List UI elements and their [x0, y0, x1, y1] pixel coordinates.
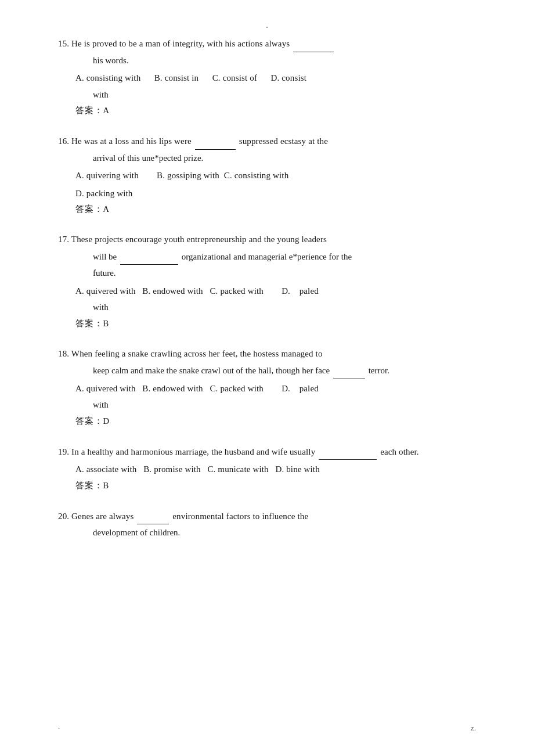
- q16-opt-b-label: B.: [157, 171, 165, 180]
- q18-opt-d-text: paled: [300, 384, 319, 393]
- q18-opt-c-label: C.: [210, 384, 218, 393]
- q19-opt-d-label: D.: [275, 465, 284, 474]
- q16-blank: [195, 132, 236, 150]
- q18-options: A. quivered with B. endowed with C. pack…: [58, 380, 476, 397]
- q19-text-before: In a healthy and harmonious marriage, th…: [71, 447, 315, 456]
- q17-options: A. quivered with B. endowed with C. pack…: [58, 283, 476, 300]
- q17-opt-a-label: A.: [75, 286, 84, 296]
- q19-blank: [319, 443, 377, 460]
- bottom-marker-left: ·: [58, 723, 60, 733]
- q15-opt-b-text: consist in: [165, 73, 199, 82]
- q16-answer-label: 答案：: [75, 204, 103, 214]
- q15-opt-a-label: A.: [75, 73, 84, 82]
- q16-opt-a-text: quivering with: [86, 171, 139, 180]
- q16-continuation: arrival of this une*pected prize.: [58, 150, 476, 167]
- q16-opt-b-text: gossiping with: [167, 171, 219, 180]
- q18-opt-d-label: D.: [282, 384, 290, 393]
- q17-answer: 答案：B: [58, 318, 476, 329]
- q19-opt-a-text: associate with: [86, 465, 137, 474]
- q18-text-before: When feeling a snake crawling across her…: [71, 349, 323, 358]
- q15-opt-c-label: C.: [212, 73, 221, 82]
- q19-opt-b-label: B.: [143, 465, 151, 474]
- question-18: 18. When feeling a snake crawling across…: [58, 345, 476, 427]
- q16-text: 16. He was at a loss and his lips were s…: [58, 132, 476, 150]
- q18-opt-c-text: packed with: [220, 384, 264, 393]
- q20-number: 20.: [58, 512, 69, 521]
- q15-blank: [293, 35, 334, 52]
- q17-text-before: These projects encourage youth entrepren…: [71, 235, 327, 244]
- q17-blank: [120, 248, 178, 265]
- q16-text-after: suppressed ecstasy at the: [239, 136, 328, 146]
- q19-text: 19. In a healthy and harmonious marriage…: [58, 443, 476, 460]
- q18-options-continuation: with: [58, 397, 476, 413]
- bottom-marker-right: z.: [471, 723, 476, 733]
- q17-continuation1: will be organizational and managerial e*…: [58, 248, 476, 265]
- q17-opt-d-label: D.: [282, 286, 290, 296]
- q15-text-before: He is proved to be a man of integrity, w…: [71, 39, 290, 48]
- q19-number: 19.: [58, 447, 69, 456]
- q16-opt-a-label: A.: [75, 171, 84, 180]
- q17-continuation2: future.: [58, 265, 476, 282]
- q15-opt-d-label: D.: [270, 73, 279, 82]
- question-19: 19. In a healthy and harmonious marriage…: [58, 443, 476, 491]
- q16-opt-c-label: C.: [224, 171, 232, 180]
- q15-options-continuation: with: [58, 87, 476, 103]
- q15-answer-value: A: [103, 106, 110, 115]
- q15-answer-label: 答案：: [75, 106, 103, 115]
- q18-blank: [333, 362, 365, 379]
- q15-text: 15. He is proved to be a man of integrit…: [58, 35, 476, 52]
- q20-blank: [137, 507, 169, 525]
- q17-number: 17.: [58, 235, 69, 244]
- q20-continuation: development of children.: [58, 524, 476, 541]
- q19-answer-value: B: [103, 481, 109, 490]
- q18-text-after: terror.: [369, 366, 389, 375]
- q15-continuation: his words.: [58, 52, 476, 69]
- q19-answer-label: 答案：: [75, 481, 103, 490]
- q19-answer: 答案：B: [58, 480, 476, 491]
- q19-opt-c-label: C.: [207, 465, 215, 474]
- q16-options-line2: D. packing with: [58, 185, 476, 202]
- q17-answer-value: B: [103, 319, 109, 328]
- q18-text: 18. When feeling a snake crawling across…: [58, 345, 476, 362]
- q17-opt-b-label: B.: [142, 286, 150, 296]
- q20-text-after: environmental factors to influence the: [172, 512, 308, 521]
- q17-opt-a-text: quivered with: [86, 286, 136, 296]
- q15-number: 15.: [58, 39, 69, 48]
- q18-opt-a-label: A.: [75, 384, 84, 393]
- q15-opt-d-text: consist: [282, 73, 306, 82]
- q17-opt-c-text: packed with: [220, 286, 264, 296]
- q17-text: 17. These projects encourage youth entre…: [58, 231, 476, 248]
- q18-opt-b-label: B.: [142, 384, 150, 393]
- q16-text-before: He was at a loss and his lips were: [71, 136, 192, 146]
- q19-opt-c-text: municate with: [218, 465, 268, 474]
- q15-opt-b-label: B.: [154, 73, 163, 82]
- q18-answer-value: D: [103, 416, 110, 426]
- q18-cont1-text: keep calm and make the snake crawl out o…: [93, 366, 330, 375]
- q17-answer-label: 答案：: [75, 319, 103, 328]
- q17-text-after: organizational and managerial e*perience…: [182, 252, 352, 261]
- question-15: 15. He is proved to be a man of integrit…: [58, 35, 476, 116]
- q18-number: 18.: [58, 349, 69, 358]
- q19-opt-b-text: promise with: [154, 465, 201, 474]
- q16-number: 16.: [58, 136, 69, 146]
- q16-answer: 答案：A: [58, 204, 476, 215]
- q20-text: 20. Genes are always environmental facto…: [58, 507, 476, 525]
- q16-answer-value: A: [103, 204, 110, 214]
- q18-answer: 答案：D: [58, 416, 476, 427]
- question-20: 20. Genes are always environmental facto…: [58, 507, 476, 541]
- q17-will-be: will be: [93, 252, 117, 261]
- q15-opt-c-text: consist of: [223, 73, 257, 82]
- q18-continuation1: keep calm and make the snake crawl out o…: [58, 362, 476, 379]
- q17-opt-d-text: paled: [300, 286, 319, 296]
- q18-answer-label: 答案：: [75, 416, 103, 426]
- q17-opt-c-label: C.: [210, 286, 218, 296]
- question-16: 16. He was at a loss and his lips were s…: [58, 132, 476, 215]
- q19-opt-d-text: bine with: [286, 465, 320, 474]
- q15-opt-a-text: consisting with: [86, 73, 141, 82]
- q16-opt-c-text: consisting with: [234, 171, 289, 180]
- q18-opt-b-text: endowed with: [153, 384, 203, 393]
- top-marker: ·: [266, 23, 268, 33]
- q18-opt-a-text: quivered with: [86, 384, 136, 393]
- q15-options: A. consisting with B. consist in C. cons…: [58, 70, 476, 87]
- q16-options: A. quivering with B. gossiping with C. c…: [58, 167, 476, 184]
